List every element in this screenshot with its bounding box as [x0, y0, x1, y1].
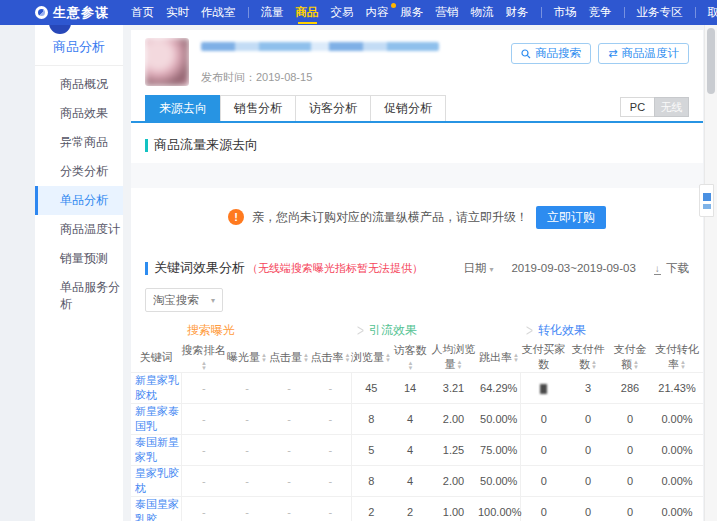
cell-0-6: 3.21	[429, 373, 478, 404]
sidebar-item-3[interactable]: 分类分析	[35, 157, 123, 186]
cell-0-9: 3	[567, 373, 609, 404]
sort-icon[interactable]: ▲▼	[457, 360, 463, 370]
sort-icon[interactable]: ▲▼	[633, 360, 639, 370]
nav-item-1-5[interactable]: 营销	[430, 0, 465, 25]
tab-3[interactable]: 促销分析	[370, 95, 446, 121]
column-header-4[interactable]: 浏览量▲▼	[351, 342, 391, 373]
source-select[interactable]: 淘宝搜索 ▾	[145, 288, 223, 312]
column-header-6[interactable]: 人均浏览量▲▼	[429, 342, 478, 373]
tab-2[interactable]: 访客分析	[295, 95, 371, 121]
cell-4-0: -	[181, 497, 226, 521]
nav-item-0-2[interactable]: 作战室	[195, 0, 242, 25]
table-column-header: 关键词搜索排名▲▼曝光量▲▼点击量▲▼点击率▲▼浏览量▲▼访客数▲▼人均浏览量▲…	[131, 342, 703, 373]
cell-0-7: 64.29%	[478, 373, 520, 404]
nav-item-2-1[interactable]: 竞争	[583, 0, 618, 25]
nav-item-0-1[interactable]: 实时	[160, 0, 195, 25]
floating-tool-widget[interactable]	[699, 184, 714, 217]
sidebar-item-2[interactable]: 异常商品	[35, 128, 123, 157]
nav-item-1-3[interactable]: 内容	[360, 0, 395, 25]
nav-item-1-0[interactable]: 流量	[255, 0, 290, 25]
sort-icon[interactable]: ▲▼	[513, 353, 519, 363]
column-header-2[interactable]: 点击量▲▼	[268, 342, 310, 373]
column-label: 支付买家数	[522, 343, 566, 370]
column-header-0[interactable]: 搜索排名▲▼	[181, 342, 226, 373]
main-area: 发布时间：2019-08-15 商品搜索 ⇄ 商品温度计 来源去向销售分析访客分…	[123, 25, 717, 521]
column-label: 访客数	[394, 344, 427, 356]
nav-items: 首页实时作战室流量商品交易内容服务营销物流财务市场竞争业务专区取数学院	[125, 0, 717, 25]
keyword-link[interactable]: 皇家乳胶枕	[131, 466, 181, 497]
order-now-button[interactable]: 立即订购	[536, 206, 606, 229]
page-body: 商品分析 商品概况商品效果异常商品分类分析单品分析商品温度计销量预测单品服务分析…	[0, 25, 717, 521]
column-header-3[interactable]: 点击率▲▼	[310, 342, 351, 373]
nav-item-0-0[interactable]: 首页	[125, 0, 160, 25]
nav-item-2-0[interactable]: 市场	[548, 0, 583, 25]
sort-icon[interactable]: ▲▼	[408, 361, 414, 371]
keyword-link[interactable]: 新皇家泰国乳	[131, 404, 181, 435]
column-header-9[interactable]: 支付件数▲▼	[567, 342, 609, 373]
cell-3-6: 2.00	[429, 466, 478, 497]
sort-icon[interactable]: ▲▼	[303, 353, 309, 363]
sort-icon[interactable]: ▲▼	[201, 361, 207, 371]
nav-item-1-7[interactable]: 财务	[500, 0, 535, 25]
cell-4-4: 2	[351, 497, 391, 521]
nav-item-1-6[interactable]: 物流	[465, 0, 500, 25]
device-segment-0[interactable]: PC	[620, 97, 655, 117]
column-header-10[interactable]: 支付金额▲▼	[609, 342, 651, 373]
column-header-7[interactable]: 跳出率▲▼	[478, 342, 520, 373]
keyword-link[interactable]: 新皇家乳胶枕	[131, 373, 181, 404]
cell-0-3: -	[310, 373, 351, 404]
sort-icon[interactable]: ▲▼	[680, 360, 686, 370]
chevron-right-icon: >	[357, 320, 364, 340]
tab-0[interactable]: 来源去向	[145, 95, 221, 121]
sidebar-item-1[interactable]: 商品效果	[35, 99, 123, 128]
date-dropdown[interactable]: 日期 ▾	[463, 261, 493, 276]
sidebar-item-7[interactable]: 单品服务分析	[35, 273, 123, 319]
nav-item-3-0[interactable]: 业务专区	[631, 0, 689, 25]
sidebar-item-0[interactable]: 商品概况	[35, 70, 123, 99]
cell-4-6: 1.00	[429, 497, 478, 521]
nav-item-1-2[interactable]: 交易	[325, 0, 360, 25]
product-search-button[interactable]: 商品搜索	[511, 43, 591, 64]
cell-3-3: -	[310, 466, 351, 497]
cell-2-2: -	[268, 435, 310, 466]
device-segment-1[interactable]: 无线	[654, 97, 689, 117]
nav-item-1-4[interactable]: 服务	[395, 0, 430, 25]
date-range: 2019-09-03~2019-09-03	[511, 262, 635, 274]
product-thermometer-button[interactable]: ⇄ 商品温度计	[598, 43, 689, 64]
sort-icon[interactable]: ▲▼	[261, 353, 267, 363]
sort-icon[interactable]: ▲▼	[385, 353, 391, 363]
sidebar-item-5[interactable]: 商品温度计	[35, 215, 123, 244]
product-image	[145, 38, 189, 86]
cell-1-10: 0	[609, 404, 651, 435]
keyword-link[interactable]: 泰国皇家乳胶	[131, 497, 181, 521]
brand-name: 生意参谋	[53, 4, 109, 22]
sort-icon[interactable]: ▲▼	[345, 353, 351, 363]
keyword-link[interactable]: 泰国新皇家乳	[131, 435, 181, 466]
column-label: 支付金额	[614, 343, 647, 370]
cell-2-0: -	[181, 435, 226, 466]
column-header-11[interactable]: 支付转化率▲▼	[651, 342, 703, 373]
app-window: 生意参谋 首页实时作战室流量商品交易内容服务营销物流财务市场竞争业务专区取数学院…	[0, 0, 717, 521]
column-header-1[interactable]: 曝光量▲▼	[226, 342, 268, 373]
download-link[interactable]: ↓ 下载	[654, 261, 689, 276]
table-row-3: 皇家乳胶枕----842.0050.00%0000.00%	[131, 466, 703, 497]
cell-1-1: -	[226, 404, 268, 435]
scrollbar-thumb[interactable]	[707, 28, 715, 94]
nav-item-1-1[interactable]: 商品	[290, 0, 325, 25]
group-header-spacer	[131, 318, 181, 342]
sidebar: 商品分析 商品概况商品效果异常商品分类分析单品分析商品温度计销量预测单品服务分析	[35, 25, 123, 521]
sort-icon[interactable]: ▲▼	[591, 360, 597, 370]
column-label: 搜索排名	[182, 344, 226, 356]
sidebar-item-6[interactable]: 销量预测	[35, 244, 123, 273]
cell-3-2: -	[268, 466, 310, 497]
column-header-5[interactable]: 访客数▲▼	[391, 342, 429, 373]
sidebar-item-4[interactable]: 单品分析	[35, 186, 123, 215]
nav-item-4-0[interactable]: 取数	[702, 0, 717, 25]
cell-1-0: -	[181, 404, 226, 435]
sidebar-list: 商品概况商品效果异常商品分类分析单品分析商品温度计销量预测单品服务分析	[35, 66, 123, 319]
cell-4-9: 0	[567, 497, 609, 521]
vertical-scrollbar[interactable]	[704, 25, 717, 521]
brand[interactable]: 生意参谋	[35, 4, 109, 22]
cell-2-5: 4	[391, 435, 429, 466]
tab-1[interactable]: 销售分析	[220, 95, 296, 121]
